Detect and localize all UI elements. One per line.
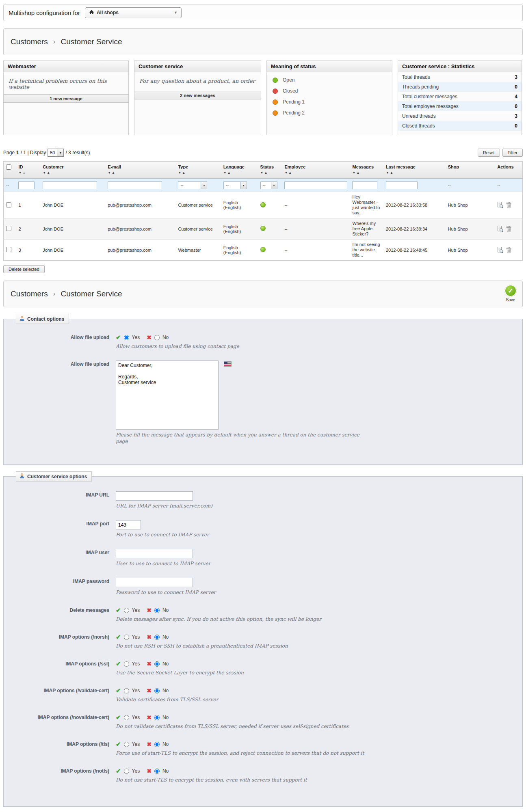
radio-no[interactable] [154, 688, 160, 693]
imap-port-field[interactable] [116, 520, 141, 529]
zoom-icon[interactable] [497, 202, 503, 208]
column-header-employee: Employee▼▲ [282, 162, 350, 179]
filter-input-email[interactable] [108, 181, 162, 189]
per-page-select[interactable]: 50 ▼ [48, 149, 64, 157]
filter-select-type[interactable]: --▼ [178, 181, 207, 189]
sort-asc-icon[interactable]: ▲ [288, 171, 292, 175]
imap-password-field[interactable] [116, 578, 193, 587]
imap-url-field[interactable] [116, 491, 193, 501]
sort-arrows[interactable]: ▼▲ [108, 171, 173, 175]
radio-no[interactable] [154, 769, 160, 774]
sort-desc-icon[interactable]: ▼ [284, 171, 288, 175]
trash-icon[interactable] [506, 226, 511, 232]
sort-asc-icon[interactable]: ▲ [112, 171, 116, 175]
sort-arrows[interactable]: ▼▲ [178, 171, 218, 175]
radio-no[interactable] [154, 335, 160, 340]
breadcrumb-current: Customer Service [61, 37, 122, 46]
row-checkbox[interactable] [6, 202, 11, 207]
filter-button[interactable]: Filter [502, 149, 523, 157]
sort-asc-icon[interactable]: ▲ [47, 171, 51, 175]
sort-desc-icon[interactable]: ▼ [260, 171, 264, 175]
field-hint: Do not use start-TLS to encrypt the sess… [116, 777, 368, 783]
field-label-allow-file-upload: Allow file upload [12, 361, 116, 445]
field-control: ✔Yes✖NoDelete messages after sync. If yo… [116, 607, 514, 622]
row-checkbox[interactable] [6, 247, 11, 252]
column-header-id: ID▼▲ [16, 162, 40, 179]
filter-select-status[interactable]: --▼ [260, 181, 277, 189]
cell-type: Customer service [175, 218, 221, 240]
form-row-imap-options-notls: IMAP options (/notls)✔Yes✖NoDo not use s… [12, 767, 514, 783]
filter-cell-id [16, 179, 40, 192]
breadcrumb-parent[interactable]: Customers [11, 289, 48, 298]
status-legend-label: Open [283, 77, 294, 83]
radio-no-label: No [162, 607, 169, 613]
sort-desc-icon[interactable]: ▼ [178, 171, 182, 175]
trash-icon[interactable] [506, 247, 511, 253]
radio-yes[interactable] [124, 715, 129, 720]
sort-arrows[interactable]: ▼▲ [386, 171, 443, 175]
sort-asc-icon[interactable]: ▲ [264, 171, 268, 175]
radio-yes[interactable] [124, 688, 129, 693]
radio-no[interactable] [154, 661, 160, 667]
filter-input-last-message[interactable] [386, 181, 418, 189]
radio-no[interactable] [154, 742, 160, 747]
select-all-checkbox[interactable] [6, 164, 11, 170]
field-hint: Force use of start-TLS to encrypt the se… [116, 750, 368, 756]
radio-no-label: No [162, 715, 169, 720]
customer-service-panel-title: Customer service [134, 61, 261, 72]
shop-selector[interactable]: All shops ▼ [85, 7, 182, 18]
breadcrumb-parent[interactable]: Customers [11, 37, 48, 46]
delete-selected-button[interactable]: Delete selected [3, 265, 45, 273]
sort-asc-icon[interactable]: ▲ [22, 171, 26, 175]
field-control: ✔Yes✖NoUse the Secure Socket Layer to en… [116, 660, 514, 676]
sort-desc-icon[interactable]: ▼ [43, 171, 47, 175]
radio-no[interactable] [154, 635, 160, 640]
field-control: URL for IMAP server (mail.server.com) [116, 491, 514, 509]
statistics-title: Customer service : Statistics [398, 61, 522, 72]
radio-yes-label: Yes [132, 634, 140, 640]
sort-arrows[interactable]: ▼▲ [284, 171, 347, 175]
cell-email: pub@prestashop.com [105, 240, 175, 261]
sort-asc-icon[interactable]: ▲ [390, 171, 394, 175]
sort-arrows[interactable]: ▼▲ [260, 171, 280, 175]
filter-input-customer[interactable] [43, 181, 97, 189]
save-button[interactable]: ✓ Save [504, 285, 517, 302]
radio-no[interactable] [154, 715, 160, 720]
radio-yes[interactable] [124, 769, 129, 774]
filter-input-id[interactable] [18, 181, 35, 189]
radio-no[interactable] [154, 608, 160, 613]
imap-user-field[interactable] [116, 549, 193, 558]
field-label-imap-options-tls: IMAP options (/tls) [12, 741, 116, 756]
cell-employee: -- [282, 218, 350, 240]
sort-desc-icon[interactable]: ▼ [223, 171, 227, 175]
row-checkbox[interactable] [6, 226, 11, 231]
radio-yes[interactable] [124, 608, 129, 613]
field-label-imap-url: IMAP URL [12, 491, 116, 509]
zoom-icon[interactable] [497, 226, 503, 232]
sort-desc-icon[interactable]: ▼ [18, 171, 22, 175]
sort-asc-icon[interactable]: ▲ [182, 171, 186, 175]
sort-arrows[interactable]: ▼▲ [43, 171, 103, 175]
sort-desc-icon[interactable]: ▼ [352, 171, 356, 175]
column-header-messages: Messages▼▲ [350, 162, 383, 179]
sort-asc-icon[interactable]: ▲ [356, 171, 360, 175]
filter-input-employee[interactable] [284, 181, 347, 189]
sort-desc-icon[interactable]: ▼ [108, 171, 112, 175]
radio-yes[interactable] [124, 635, 129, 640]
sort-arrows[interactable]: ▼▲ [223, 171, 255, 175]
radio-yes[interactable] [124, 335, 129, 340]
filter-input-messages[interactable] [352, 181, 377, 189]
reset-button[interactable]: Reset [478, 149, 500, 157]
filter-select-language[interactable]: --▼ [223, 181, 247, 189]
sort-asc-icon[interactable]: ▲ [227, 171, 232, 175]
radio-yes[interactable] [124, 661, 129, 667]
sort-arrows[interactable]: ▼▲ [352, 171, 381, 175]
default-message-textarea[interactable] [116, 361, 219, 430]
sort-desc-icon[interactable]: ▼ [386, 171, 390, 175]
zoom-icon[interactable] [497, 247, 503, 253]
radio-yes[interactable] [124, 742, 129, 747]
statistic-label: Threads pending [402, 84, 439, 90]
sort-arrows[interactable]: ▼▲ [18, 171, 38, 175]
trash-icon[interactable] [506, 202, 511, 208]
statistic-value: 0 [515, 104, 517, 109]
